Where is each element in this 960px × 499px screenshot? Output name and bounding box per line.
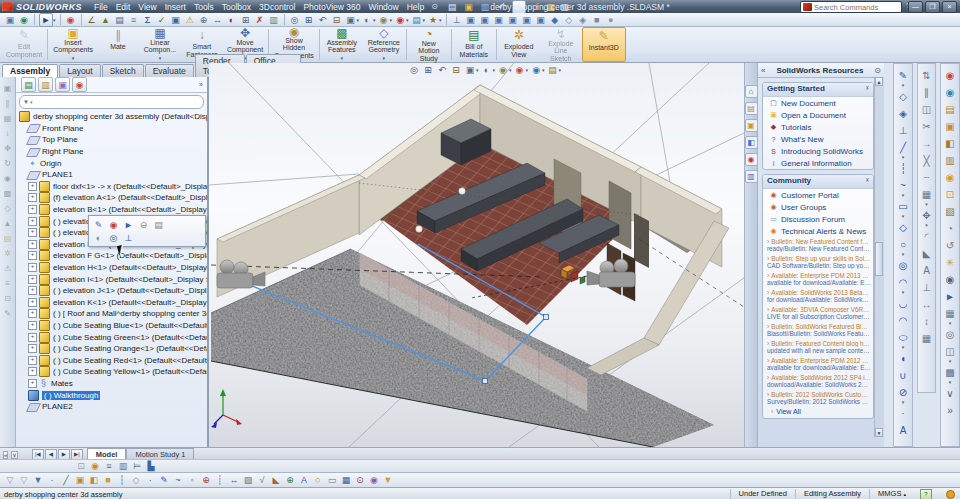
expand-icon[interactable]: +: [28, 344, 37, 353]
tree-item-label[interactable]: ( ) elevation J<1> (Default<<Default>_Di…: [53, 286, 207, 295]
offset-entities-icon[interactable]: ∥: [920, 86, 933, 99]
view-front-icon[interactable]: ▣: [465, 14, 477, 26]
edit-appearance-dropdown-icon[interactable]: ▾: [526, 67, 529, 73]
perimeter-circle-icon[interactable]: ◎: [897, 259, 910, 272]
filter-weld-symbols-icon[interactable]: ◣: [270, 474, 282, 486]
tree-item[interactable]: Right Plane: [16, 146, 207, 158]
custom-properties-tab-icon[interactable]: ▥: [745, 170, 758, 183]
reference-geometry-button[interactable]: ◇ReferenceGeometry▾: [363, 27, 405, 62]
scroll-down-icon[interactable]: ▼: [875, 428, 883, 437]
tree-item-label[interactable]: Top Plane: [42, 135, 78, 144]
clear-all-filters-icon[interactable]: ▽: [18, 474, 30, 486]
partial-ellipse-icon[interactable]: ◖: [897, 352, 910, 365]
walkthrough-icon[interactable]: ►: [944, 290, 957, 303]
menu-toolbox[interactable]: Toolbox: [218, 1, 255, 13]
smart-dimension-icon[interactable]: ◇: [897, 90, 910, 103]
construction-geometry-icon[interactable]: ┄: [920, 171, 933, 184]
mate-icon[interactable]: ∥: [2, 98, 13, 109]
collapse-section-icon[interactable]: ☓: [866, 176, 869, 188]
solidworks-resources-tab-icon[interactable]: ⌂: [745, 85, 758, 98]
minimize-button[interactable]: —: [908, 1, 923, 13]
filter-datums-icon[interactable]: ▭: [326, 474, 338, 486]
tab-evaluate[interactable]: Evaluate: [145, 64, 194, 77]
apply-scene-icon[interactable]: ▤: [411, 14, 423, 26]
rapid-sketch-icon[interactable]: ⊥: [920, 281, 933, 294]
expand-icon[interactable]: +: [28, 240, 37, 249]
last-tab-button[interactable]: ▶|: [71, 449, 83, 460]
tree-item[interactable]: +floor dxf<1> -> x (Default<<Default>_Di…: [16, 181, 207, 193]
tree-item[interactable]: +( ) Cube Seating Orange<1> (Default<<De…: [16, 343, 207, 355]
expand-icon[interactable]: +: [28, 298, 37, 307]
collapse-panel-button[interactable]: «: [3, 451, 8, 459]
expand-icon[interactable]: +: [28, 228, 37, 237]
grid-snap-icon[interactable]: ▦: [920, 332, 933, 345]
zoom-to-fit-icon[interactable]: ◎: [289, 14, 301, 26]
expand-icon[interactable]: +: [28, 217, 37, 226]
edit-component-button[interactable]: ✎EditComponent: [2, 27, 46, 62]
tree-item-label[interactable]: ( ) Cube Seating Blue<1> (Default<<Defau…: [53, 321, 207, 330]
move-entities-icon[interactable]: ✥: [920, 209, 933, 222]
discussion-forum-link[interactable]: ▭Discussion Forum: [763, 213, 873, 225]
instant3d-button[interactable]: ✎Instant3D: [582, 27, 626, 62]
pattern-driven-dropdown-icon[interactable]: ▾: [949, 379, 952, 385]
tree-item-label[interactable]: PLANE2: [42, 402, 73, 411]
collapse-section-icon[interactable]: ☓: [866, 84, 869, 96]
menu-edit[interactable]: Edit: [112, 1, 135, 13]
news-item[interactable]: Available: Enterprise PDM 2013 Beta2 isa…: [767, 272, 871, 286]
measure-icon[interactable]: ∠: [86, 14, 98, 26]
filter-surface-finish-icon[interactable]: √: [256, 474, 268, 486]
filter-connection-points-icon[interactable]: ⊙: [354, 474, 366, 486]
technical-alerts-news-link[interactable]: ◉Technical Alerts & News: [763, 225, 873, 237]
filter-solid-bodies-icon[interactable]: ■: [102, 474, 114, 486]
section-view-icon[interactable]: ⊟: [450, 64, 462, 76]
status-units-selector[interactable]: MMGS ▴: [869, 489, 914, 499]
expand-icon[interactable]: +: [28, 286, 37, 295]
tree-item[interactable]: +( ) Cube Seating Yellow<1> (Default<<De…: [16, 366, 207, 378]
filter-sketch-segments-icon[interactable]: ~: [172, 474, 184, 486]
tree-item[interactable]: +elevation F G<1> (Default<<Default>_Dis…: [16, 250, 207, 262]
deviation-analysis-icon[interactable]: ✗: [254, 14, 266, 26]
centerpoint-arc-icon[interactable]: ◠: [897, 276, 910, 289]
menu-tools[interactable]: Tools: [190, 1, 218, 13]
filter-axes-icon[interactable]: ┆: [116, 474, 128, 486]
section-properties-icon[interactable]: ▤: [114, 14, 126, 26]
apply-scene-dropdown-icon[interactable]: ▾: [423, 17, 426, 23]
convert-entities-icon[interactable]: ⇅: [920, 69, 933, 82]
equations-icon[interactable]: Σ: [142, 14, 154, 26]
exploded-view-button[interactable]: ✲ExplodedView: [498, 27, 540, 62]
bill-of-materials-button[interactable]: ▤Bill ofMaterials: [453, 27, 495, 62]
view-all-link[interactable]: View All: [771, 408, 873, 415]
design-checker-icon[interactable]: ▣: [170, 14, 182, 26]
tree-item-label[interactable]: ( ) Walkthrough: [42, 391, 100, 400]
zoom-to-selection-icon[interactable]: ◎: [107, 231, 120, 244]
search-input[interactable]: [814, 3, 902, 12]
filter-center-marks-icon[interactable]: ⊕: [200, 474, 212, 486]
filter-planes-icon[interactable]: ◇: [130, 474, 142, 486]
preview-window-icon[interactable]: ▥: [117, 460, 129, 472]
tree-item[interactable]: Top Plane: [16, 134, 207, 146]
tab-sketch[interactable]: Sketch: [102, 64, 144, 77]
filter-surface-bodies-icon[interactable]: ◧: [88, 474, 100, 486]
tree-item-label[interactable]: derby shopping center 3d assembly (Defau…: [33, 112, 207, 121]
insert-components-dropdown-icon[interactable]: ▾: [72, 55, 75, 63]
motion-chart-icon[interactable]: ▙: [145, 460, 157, 472]
camera-icon[interactable]: ◉: [944, 273, 957, 286]
rotate-component-icon[interactable]: ↻: [2, 158, 13, 169]
sketch-fillet-icon[interactable]: ◜: [920, 230, 933, 243]
filter-sketches-icon[interactable]: ✎: [158, 474, 170, 486]
search-commands-box[interactable]: [800, 1, 902, 13]
hide-show-items-icon[interactable]: ◉: [497, 64, 509, 76]
mirror-components-icon[interactable]: ◫: [944, 345, 957, 358]
edit-decal-icon[interactable]: ▣: [944, 120, 957, 133]
trim-entities-icon[interactable]: ✂: [920, 120, 933, 133]
assemblyxpert-icon[interactable]: ≡: [2, 278, 13, 289]
filter-dowel-pins-icon[interactable]: ▼: [382, 474, 394, 486]
point-icon[interactable]: ·: [897, 407, 910, 420]
render-region-icon[interactable]: ⊡: [944, 188, 957, 201]
linear-pattern-icon[interactable]: ▦: [2, 113, 13, 124]
sketch-chamfer-icon[interactable]: ◣: [920, 247, 933, 260]
news-item[interactable]: Bulletin: 2012 SolidWorks Customer Satis…: [767, 391, 871, 405]
design-library-tab-icon[interactable]: ▤: [745, 102, 758, 115]
restore-button[interactable]: ❐: [925, 1, 940, 13]
tree-item[interactable]: +( ) Cube Seating Green<1> (Default<<Def…: [16, 331, 207, 343]
